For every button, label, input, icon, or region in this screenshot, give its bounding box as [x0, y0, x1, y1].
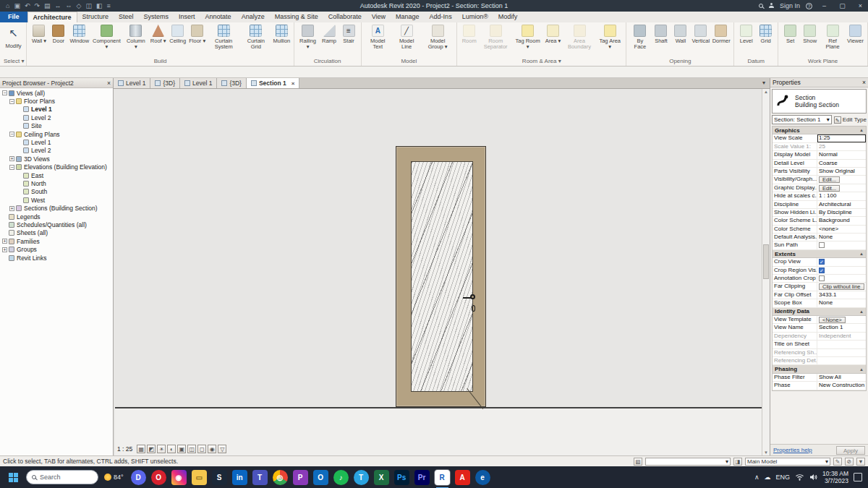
taskbar-revit-icon[interactable]: R [435, 470, 450, 485]
tree-item-level-1[interactable]: Level 1 [0, 138, 113, 146]
scrollbar-thumb[interactable] [763, 244, 769, 279]
tree-item-sections-building-section[interactable]: +Sections (Building Section) [0, 204, 113, 212]
group-label-select[interactable]: Select ▾ [4, 57, 24, 66]
tool-window-button[interactable]: Window [68, 23, 90, 44]
tree-item-ceiling-plans[interactable]: −Ceiling Plans [0, 130, 113, 138]
worksets-icon[interactable]: ▧ [634, 458, 642, 466]
expander-icon[interactable]: − [9, 165, 14, 170]
minimize-button[interactable]: – [818, 0, 830, 12]
menu-tab-architecture[interactable]: Architecture [27, 12, 77, 22]
collapse-icon[interactable]: ▲ [859, 128, 864, 132]
value-dependency[interactable]: Independent [817, 333, 866, 340]
taskbar-linkedin-icon[interactable]: in [232, 470, 247, 485]
value-color-scheme-l[interactable]: Background [817, 217, 866, 224]
project-browser-close-icon[interactable]: × [107, 80, 111, 87]
measure-icon[interactable]: ↔ [55, 0, 61, 12]
menu-tab-structure[interactable]: Structure [77, 12, 114, 22]
collapse-icon[interactable]: ▲ [859, 367, 864, 372]
menu-tab-collaborate[interactable]: Collaborate [323, 12, 367, 22]
type-selector-dropdown[interactable]: Section: Section 1▾ [772, 115, 832, 124]
tree-item-west[interactable]: West [0, 196, 113, 204]
taskbar-telegram-icon[interactable]: T [354, 470, 369, 485]
tool-floor-button[interactable]: Floor ▾ [187, 23, 207, 44]
view-tab-level-1-0[interactable]: Level 1 [114, 78, 150, 88]
value-referencing-sh[interactable] [817, 349, 866, 356]
redo-icon[interactable]: ↷ [35, 0, 41, 12]
button-view-template[interactable]: <None> [819, 317, 846, 323]
view-tab-3d-1[interactable]: {3D} [150, 78, 180, 88]
taskbar-instagram-icon[interactable]: ◉ [171, 470, 187, 485]
tool-curtain-system-button[interactable]: Curtain System [207, 23, 240, 51]
prop-section-graphics[interactable]: Graphics▲ [773, 127, 866, 134]
view-cube-icon[interactable]: ◫ [85, 0, 92, 12]
wifi-icon[interactable] [795, 474, 804, 481]
dimension-icon[interactable]: ⇔ [66, 0, 72, 12]
value-title-on-sheet[interactable] [817, 341, 866, 348]
scroll-up-icon[interactable]: ▲ [762, 90, 770, 94]
tool-tag-area-button[interactable]: Tag Area ▾ [596, 23, 624, 51]
menu-tab-massing-site[interactable]: Massing & Site [270, 12, 323, 22]
taskbar-opera-icon[interactable]: O [151, 470, 166, 485]
expander-icon[interactable]: + [2, 247, 7, 252]
value-far-clip-offset[interactable]: 3433.1 [817, 291, 866, 299]
expander-icon[interactable]: + [9, 156, 14, 161]
tool-show-button[interactable]: Show [800, 23, 820, 44]
value-view-scale[interactable]: 1:25 [817, 134, 866, 142]
tree-item-level-2[interactable]: Level 2 [0, 147, 113, 155]
taskbar-file-explorer-icon[interactable]: ▭ [192, 470, 207, 485]
tool-set-button[interactable]: Set [780, 23, 800, 44]
menu-tab-manage[interactable]: Manage [391, 12, 425, 22]
edit-type-button[interactable]: ✎ Edit Type [834, 116, 867, 124]
view-tab-level-1-2[interactable]: Level 1 [180, 78, 217, 88]
group-label-datum[interactable]: Datum [736, 57, 775, 66]
sun-path-icon[interactable]: ☀ [157, 445, 166, 453]
tree-item-legends[interactable]: Legends [0, 213, 113, 221]
taskbar-chrome-icon[interactable]: ◎ [273, 470, 288, 485]
tool-model-group-button[interactable]: Model Group ▾ [421, 23, 454, 51]
sign-in-button[interactable]: Sign In [780, 2, 800, 9]
group-label-model[interactable]: Model [364, 57, 455, 66]
action-center-icon[interactable] [854, 473, 862, 481]
tool-shaft-button[interactable]: Shaft [651, 23, 671, 44]
undo-icon[interactable]: ↶ [25, 0, 30, 12]
user-icon[interactable] [769, 2, 774, 9]
view-tab-section-1-4[interactable]: Section 1× [247, 78, 299, 88]
value-discipline[interactable]: Architectural [817, 201, 866, 208]
tree-item-floor-plans[interactable]: −Floor Plans [0, 97, 113, 105]
tree-item-east[interactable]: East [0, 171, 113, 179]
tab-list-dropdown-icon[interactable]: ▾ [758, 78, 770, 88]
tool-stair-button[interactable]: ≡Stair [339, 23, 359, 44]
reveal-hidden-icon[interactable]: ◉ [208, 445, 216, 453]
value-scale-value-1[interactable]: 25 [817, 143, 866, 150]
help-icon[interactable]: ? [806, 3, 812, 9]
prop-section-phasing[interactable]: Phasing▲ [773, 365, 866, 373]
taskbar-photoshop-icon[interactable]: Ps [394, 470, 409, 485]
tray-chevron-icon[interactable]: ∧ [754, 474, 760, 481]
menu-tab-systems[interactable]: Systems [139, 12, 174, 22]
value-view-name[interactable]: Section 1 [817, 324, 866, 331]
menu-tab-modify[interactable]: Modify [493, 12, 523, 22]
checkbox-sun-path[interactable] [819, 242, 825, 248]
tree-item-groups[interactable]: +Groups [0, 245, 113, 253]
close-button[interactable]: × [854, 0, 867, 12]
tool-column-button[interactable]: Column ▾ [123, 23, 148, 51]
tree-item-families[interactable]: +Families [0, 237, 113, 245]
prop-section-identity-data[interactable]: Identity Data▲ [773, 308, 866, 316]
tool-by-face-button[interactable]: By Face [629, 23, 651, 51]
taskbar-search-input[interactable]: Search [26, 470, 98, 484]
tool-roof-button[interactable]: Roof ▾ [148, 23, 168, 44]
visual-style-icon[interactable]: ◩ [147, 445, 156, 453]
tag-icon[interactable]: ◇ [77, 0, 82, 12]
group-label-work-plane[interactable]: Work Plane [780, 57, 865, 66]
checkbox-crop-view[interactable]: ✓ [819, 259, 825, 265]
editable-only-icon[interactable]: ✎ [833, 458, 842, 466]
button-graphic-display[interactable]: Edit... [819, 185, 840, 192]
scale-button[interactable]: 1 : 25 [116, 445, 134, 453]
expander-icon[interactable]: − [2, 90, 7, 95]
value-phase-filter[interactable]: Show All [817, 374, 866, 381]
taskbar-spotify-icon[interactable]: ♪ [333, 470, 349, 485]
group-label-build[interactable]: Build [29, 57, 291, 66]
taskbar-premiere-icon[interactable]: Pr [414, 470, 430, 485]
apply-button[interactable]: Apply [836, 446, 865, 455]
volume-icon[interactable] [809, 474, 817, 481]
